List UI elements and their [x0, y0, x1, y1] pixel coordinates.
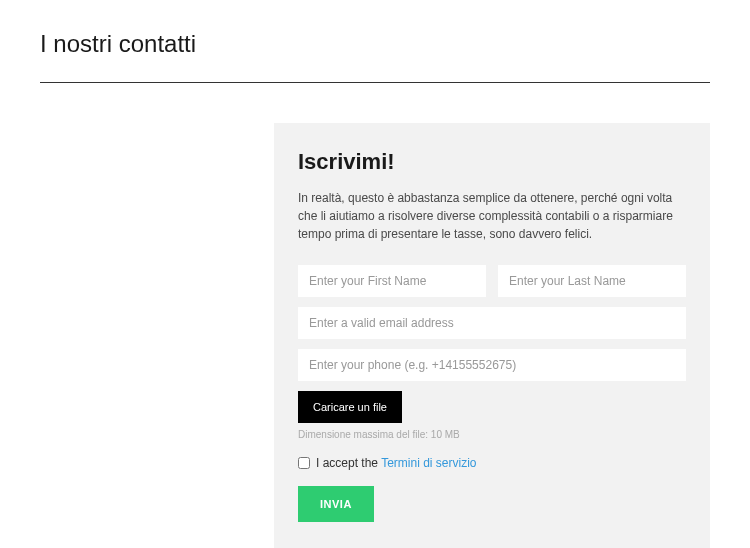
form-title: Iscrivimi! — [298, 149, 686, 175]
phone-input[interactable] — [298, 349, 686, 381]
terms-label: I accept the Termini di servizio — [316, 456, 477, 470]
form-description: In realtà, questo è abbastanza semplice … — [298, 189, 686, 243]
email-input[interactable] — [298, 307, 686, 339]
page-title: I nostri contatti — [40, 30, 710, 58]
first-name-input[interactable] — [298, 265, 486, 297]
form-wrapper: Iscrivimi! In realtà, questo è abbastanz… — [40, 123, 710, 548]
upload-file-button[interactable]: Caricare un file — [298, 391, 402, 423]
divider — [40, 82, 710, 83]
file-size-hint: Dimensione massima del file: 10 MB — [298, 429, 686, 440]
signup-form-panel: Iscrivimi! In realtà, questo è abbastanz… — [274, 123, 710, 548]
last-name-input[interactable] — [498, 265, 686, 297]
submit-button[interactable]: INVIA — [298, 486, 374, 522]
terms-link[interactable]: Termini di servizio — [381, 456, 476, 470]
terms-checkbox[interactable] — [298, 457, 310, 469]
accept-text: I accept the — [316, 456, 381, 470]
terms-checkbox-row: I accept the Termini di servizio — [298, 456, 686, 470]
name-row — [298, 265, 686, 297]
